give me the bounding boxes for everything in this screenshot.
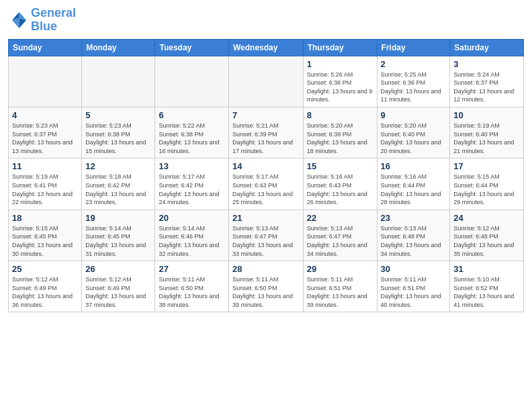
calendar-cell: 28Sunrise: 5:11 AM Sunset: 6:50 PM Dayli… [228,261,303,312]
calendar-cell [82,56,155,107]
day-number: 10 [453,110,520,120]
day-number: 30 [381,264,447,274]
day-number: 23 [381,213,447,223]
calendar-cell: 18Sunrise: 5:15 AM Sunset: 6:45 PM Dayli… [9,210,82,261]
day-info: Sunrise: 5:10 AM Sunset: 6:52 PM Dayligh… [453,275,520,309]
day-number: 25 [12,264,78,274]
day-number: 7 [232,110,300,120]
calendar-cell: 5Sunrise: 5:23 AM Sunset: 6:38 PM Daylig… [82,107,155,158]
logo: General Blue [8,7,76,34]
calendar-cell: 17Sunrise: 5:15 AM Sunset: 6:44 PM Dayli… [450,158,524,210]
calendar-cell: 1Sunrise: 5:26 AM Sunset: 6:36 PM Daylig… [303,56,377,107]
day-info: Sunrise: 5:16 AM Sunset: 6:44 PM Dayligh… [381,173,447,206]
day-number: 21 [232,213,300,223]
day-number: 9 [381,110,447,120]
page: General Blue SundayMondayTuesdayWednesda… [0,0,532,411]
day-number: 8 [307,110,373,120]
day-number: 11 [12,161,78,171]
day-number: 17 [453,161,520,171]
weekday-header: Monday [82,39,155,56]
day-info: Sunrise: 5:17 AM Sunset: 6:42 PM Dayligh… [159,173,224,206]
day-info: Sunrise: 5:15 AM Sunset: 6:44 PM Dayligh… [453,173,520,206]
day-info: Sunrise: 5:11 AM Sunset: 6:51 PM Dayligh… [381,275,447,309]
calendar-cell: 26Sunrise: 5:12 AM Sunset: 6:49 PM Dayli… [82,261,155,312]
weekday-header-row: SundayMondayTuesdayWednesdayThursdayFrid… [9,39,524,56]
day-number: 6 [159,110,224,120]
day-info: Sunrise: 5:20 AM Sunset: 6:40 PM Dayligh… [381,122,447,155]
day-number: 4 [12,110,78,120]
logo-icon [8,10,28,30]
header: General Blue [8,7,524,34]
day-info: Sunrise: 5:17 AM Sunset: 6:43 PM Dayligh… [232,173,300,206]
calendar-cell: 14Sunrise: 5:17 AM Sunset: 6:43 PM Dayli… [228,158,303,210]
day-number: 22 [307,213,373,223]
day-info: Sunrise: 5:20 AM Sunset: 6:39 PM Dayligh… [307,122,373,155]
weekday-header: Friday [377,39,450,56]
day-info: Sunrise: 5:23 AM Sunset: 6:38 PM Dayligh… [85,122,151,155]
day-info: Sunrise: 5:13 AM Sunset: 6:47 PM Dayligh… [307,224,373,258]
calendar-cell [228,56,303,107]
calendar-cell: 24Sunrise: 5:12 AM Sunset: 6:48 PM Dayli… [450,210,524,261]
calendar-cell: 31Sunrise: 5:10 AM Sunset: 6:52 PM Dayli… [450,261,524,312]
day-number: 29 [307,264,373,274]
day-info: Sunrise: 5:12 AM Sunset: 6:49 PM Dayligh… [12,275,78,309]
day-info: Sunrise: 5:18 AM Sunset: 6:42 PM Dayligh… [85,173,151,206]
day-number: 1 [307,59,373,69]
calendar-cell: 3Sunrise: 5:24 AM Sunset: 6:37 PM Daylig… [450,56,524,107]
day-number: 28 [232,264,300,274]
calendar-cell: 7Sunrise: 5:21 AM Sunset: 6:39 PM Daylig… [228,107,303,158]
calendar-cell: 29Sunrise: 5:11 AM Sunset: 6:51 PM Dayli… [303,261,377,312]
calendar-cell: 30Sunrise: 5:11 AM Sunset: 6:51 PM Dayli… [377,261,450,312]
day-number: 12 [85,161,151,171]
day-info: Sunrise: 5:13 AM Sunset: 6:47 PM Dayligh… [232,224,300,258]
day-info: Sunrise: 5:11 AM Sunset: 6:50 PM Dayligh… [232,275,300,309]
day-info: Sunrise: 5:25 AM Sunset: 6:36 PM Dayligh… [381,71,447,104]
day-info: Sunrise: 5:21 AM Sunset: 6:39 PM Dayligh… [232,122,300,155]
day-info: Sunrise: 5:12 AM Sunset: 6:48 PM Dayligh… [453,224,520,258]
day-info: Sunrise: 5:13 AM Sunset: 6:48 PM Dayligh… [381,224,447,258]
day-info: Sunrise: 5:11 AM Sunset: 6:51 PM Dayligh… [307,275,373,309]
day-info: Sunrise: 5:19 AM Sunset: 6:41 PM Dayligh… [12,173,78,206]
calendar-cell: 6Sunrise: 5:22 AM Sunset: 6:38 PM Daylig… [155,107,228,158]
weekday-header: Thursday [303,39,377,56]
day-number: 18 [12,213,78,223]
weekday-header: Sunday [9,39,82,56]
day-number: 14 [232,161,300,171]
logo-text: General Blue [31,7,76,34]
day-number: 20 [159,213,224,223]
calendar-cell: 8Sunrise: 5:20 AM Sunset: 6:39 PM Daylig… [303,107,377,158]
calendar-cell: 27Sunrise: 5:11 AM Sunset: 6:50 PM Dayli… [155,261,228,312]
weekday-header: Saturday [450,39,524,56]
calendar-cell: 4Sunrise: 5:23 AM Sunset: 6:37 PM Daylig… [9,107,82,158]
calendar-week-row: 1Sunrise: 5:26 AM Sunset: 6:36 PM Daylig… [9,56,524,107]
day-number: 15 [307,161,373,171]
calendar-cell: 20Sunrise: 5:14 AM Sunset: 6:46 PM Dayli… [155,210,228,261]
calendar-cell: 2Sunrise: 5:25 AM Sunset: 6:36 PM Daylig… [377,56,450,107]
day-number: 2 [381,59,447,69]
day-info: Sunrise: 5:12 AM Sunset: 6:49 PM Dayligh… [85,275,151,309]
day-info: Sunrise: 5:14 AM Sunset: 6:46 PM Dayligh… [159,224,224,258]
calendar-cell: 21Sunrise: 5:13 AM Sunset: 6:47 PM Dayli… [228,210,303,261]
calendar: SundayMondayTuesdayWednesdayThursdayFrid… [8,39,524,313]
day-number: 19 [85,213,151,223]
calendar-cell: 9Sunrise: 5:20 AM Sunset: 6:40 PM Daylig… [377,107,450,158]
day-number: 24 [453,213,520,223]
day-info: Sunrise: 5:22 AM Sunset: 6:38 PM Dayligh… [159,122,224,155]
calendar-week-row: 11Sunrise: 5:19 AM Sunset: 6:41 PM Dayli… [9,158,524,210]
day-number: 13 [159,161,224,171]
day-number: 26 [85,264,151,274]
day-number: 16 [381,161,447,171]
calendar-cell: 13Sunrise: 5:17 AM Sunset: 6:42 PM Dayli… [155,158,228,210]
calendar-cell: 16Sunrise: 5:16 AM Sunset: 6:44 PM Dayli… [377,158,450,210]
weekday-header: Wednesday [228,39,303,56]
calendar-cell: 23Sunrise: 5:13 AM Sunset: 6:48 PM Dayli… [377,210,450,261]
calendar-cell: 11Sunrise: 5:19 AM Sunset: 6:41 PM Dayli… [9,158,82,210]
day-info: Sunrise: 5:23 AM Sunset: 6:37 PM Dayligh… [12,122,78,155]
weekday-header: Tuesday [155,39,228,56]
calendar-cell: 25Sunrise: 5:12 AM Sunset: 6:49 PM Dayli… [9,261,82,312]
calendar-cell: 22Sunrise: 5:13 AM Sunset: 6:47 PM Dayli… [303,210,377,261]
calendar-week-row: 18Sunrise: 5:15 AM Sunset: 6:45 PM Dayli… [9,210,524,261]
day-info: Sunrise: 5:24 AM Sunset: 6:37 PM Dayligh… [453,71,520,104]
calendar-cell [9,56,82,107]
calendar-week-row: 25Sunrise: 5:12 AM Sunset: 6:49 PM Dayli… [9,261,524,312]
